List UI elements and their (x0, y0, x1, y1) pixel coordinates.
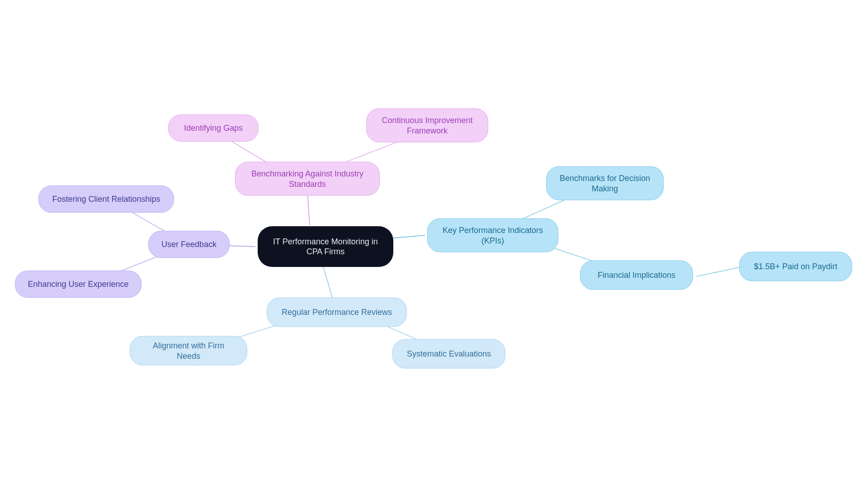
benchmarking-node: Benchmarking Against Industry Standards (235, 162, 380, 196)
reviews-alignment-node: Alignment with Firm Needs (130, 336, 247, 366)
svg-line-10 (307, 192, 310, 225)
feedback-enhancing-node: Enhancing User Experience (15, 271, 142, 298)
kpi-paydirt-node: $1.5B+ Paid on Paydirt (739, 252, 852, 281)
feedback-node: User Feedback (148, 231, 230, 258)
svg-line-3 (696, 267, 741, 276)
benchmarking-framework-node: Continuous Improvement Framework (366, 109, 488, 143)
feedback-fostering-node: Fostering Client Relationships (38, 186, 174, 213)
reviews-node: Regular Performance Reviews (267, 298, 407, 327)
kpi-node: Key Performance Indicators (KPIs) (427, 219, 558, 252)
kpi-financial-node: Financial Implications (580, 261, 693, 290)
center-node: IT Performance Monitoring in CPA Firms (258, 226, 393, 267)
benchmarking-gaps-node: Identifying Gaps (168, 114, 259, 142)
kpi-benchmarks-node: Benchmarks for Decision Making (546, 167, 664, 200)
reviews-systematic-node: Systematic Evaluations (392, 339, 505, 369)
